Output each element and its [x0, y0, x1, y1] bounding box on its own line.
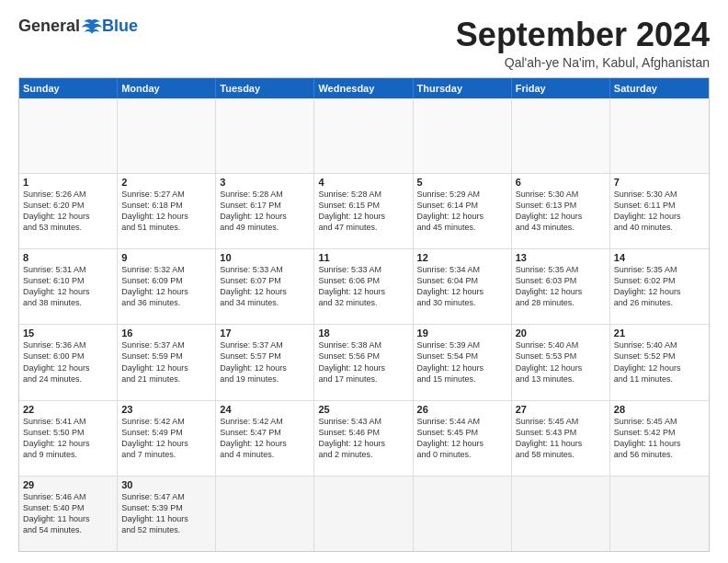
cell-info-line: Sunrise: 5:35 AM [516, 264, 606, 275]
cell-info-line: Sunset: 5:47 PM [220, 427, 310, 438]
cell-info-line: Sunset: 5:50 PM [23, 427, 113, 438]
calendar-row-0 [19, 98, 709, 173]
header-tuesday: Tuesday [216, 78, 314, 98]
header-thursday: Thursday [414, 78, 512, 98]
cell-info-line: and 13 minutes. [516, 373, 606, 385]
cell-info-line: Daylight: 12 hours [417, 362, 507, 373]
cell-info-line: and 11 minutes. [614, 373, 705, 385]
cell-info-line: Sunset: 5:43 PM [516, 427, 606, 438]
calendar-body: 1Sunrise: 5:26 AMSunset: 6:20 PMDaylight… [19, 98, 709, 551]
calendar-cell-1-0: 1Sunrise: 5:26 AMSunset: 6:20 PMDaylight… [19, 174, 118, 248]
cell-info-line: Sunset: 6:14 PM [417, 200, 507, 211]
cell-info-line: Sunset: 6:18 PM [121, 200, 211, 211]
cell-info-line: Sunset: 5:45 PM [417, 427, 507, 438]
cell-info-line: Sunset: 5:46 PM [318, 427, 408, 438]
calendar-cell-0-2 [216, 98, 314, 173]
calendar-row-5: 29Sunrise: 5:46 AMSunset: 5:40 PMDayligh… [19, 476, 709, 551]
calendar-cell-2-2: 10Sunrise: 5:33 AMSunset: 6:07 PMDayligh… [216, 249, 314, 324]
cell-info-line: Sunrise: 5:45 AM [516, 416, 606, 427]
cell-info-line: Daylight: 12 hours [220, 438, 310, 449]
calendar-cell-3-3: 18Sunrise: 5:38 AMSunset: 5:56 PMDayligh… [314, 325, 413, 399]
day-number: 28 [614, 404, 705, 415]
cell-info-line: Sunset: 6:20 PM [23, 200, 113, 211]
day-number: 10 [220, 252, 310, 263]
calendar-cell-5-2 [216, 477, 314, 551]
cell-info-line: Sunset: 6:09 PM [121, 275, 211, 286]
calendar-cell-3-4: 19Sunrise: 5:39 AMSunset: 5:54 PMDayligh… [414, 325, 512, 399]
cell-info-line: Sunrise: 5:46 AM [23, 491, 113, 502]
day-number: 11 [318, 252, 408, 263]
cell-info-line: Sunrise: 5:42 AM [121, 416, 211, 427]
cell-info-line: Sunrise: 5:30 AM [516, 189, 606, 200]
cell-info-line: Sunrise: 5:28 AM [220, 189, 310, 200]
calendar-cell-3-0: 15Sunrise: 5:36 AMSunset: 6:00 PMDayligh… [19, 325, 118, 399]
header-sunday: Sunday [19, 78, 118, 98]
cell-info-line: and 2 minutes. [318, 449, 408, 460]
calendar-cell-1-5: 6Sunrise: 5:30 AMSunset: 6:13 PMDaylight… [512, 174, 610, 248]
day-number: 30 [121, 479, 211, 490]
location: Qal'ah-ye Na'im, Kabul, Afghanistan [456, 55, 710, 70]
cell-info-line: and 19 minutes. [220, 373, 310, 385]
cell-info-line: Daylight: 12 hours [318, 362, 408, 373]
cell-info-line: Daylight: 12 hours [220, 286, 310, 297]
calendar-cell-5-4 [414, 477, 512, 551]
cell-info-line: Sunrise: 5:26 AM [23, 189, 113, 200]
cell-info-line: Daylight: 12 hours [23, 286, 113, 297]
day-number: 20 [516, 327, 606, 339]
day-number: 27 [516, 404, 606, 415]
cell-info-line: Sunrise: 5:31 AM [23, 264, 113, 275]
cell-info-line: Daylight: 12 hours [614, 211, 705, 222]
cell-info-line: and 15 minutes. [417, 373, 507, 385]
cell-info-line: and 45 minutes. [417, 222, 507, 233]
cell-info-line: Sunrise: 5:38 AM [318, 339, 408, 350]
calendar-cell-5-0: 29Sunrise: 5:46 AMSunset: 5:40 PMDayligh… [19, 477, 118, 551]
cell-info-line: Sunrise: 5:43 AM [318, 416, 408, 427]
cell-info-line: Sunset: 5:39 PM [121, 502, 211, 513]
cell-info-line: Daylight: 11 hours [516, 438, 606, 449]
cell-info-line: and 52 minutes. [121, 524, 211, 535]
title-block: September 2024 Qal'ah-ye Na'im, Kabul, A… [456, 17, 710, 70]
cell-info-line: and 47 minutes. [318, 222, 408, 233]
day-number: 3 [220, 177, 310, 188]
header: General Blue September 2024 Qal'ah-ye Na… [18, 17, 710, 70]
cell-info-line: Sunrise: 5:41 AM [23, 416, 113, 427]
cell-info-line: Daylight: 12 hours [121, 286, 211, 297]
cell-info-line: Daylight: 12 hours [614, 362, 705, 373]
cell-info-line: Sunrise: 5:33 AM [220, 264, 310, 275]
cell-info-line: Sunset: 6:13 PM [516, 200, 606, 211]
cell-info-line: Daylight: 12 hours [23, 438, 113, 449]
month-title: September 2024 [456, 17, 710, 53]
cell-info-line: and 53 minutes. [23, 222, 113, 233]
cell-info-line: Sunrise: 5:28 AM [318, 189, 408, 200]
cell-info-line: Daylight: 11 hours [121, 513, 211, 524]
cell-info-line: Daylight: 12 hours [614, 286, 705, 297]
calendar-cell-1-3: 4Sunrise: 5:28 AMSunset: 6:15 PMDaylight… [314, 174, 413, 248]
cell-info-line: Sunrise: 5:40 AM [614, 339, 705, 350]
cell-info-line: Sunset: 5:54 PM [417, 350, 507, 362]
cell-info-line: and 49 minutes. [220, 222, 310, 233]
cell-info-line: Sunset: 6:03 PM [516, 275, 606, 286]
cell-info-line: and 28 minutes. [516, 297, 606, 308]
cell-info-line: Daylight: 11 hours [23, 513, 113, 524]
day-number: 7 [614, 177, 705, 188]
calendar-cell-0-3 [314, 98, 413, 173]
calendar-cell-0-0 [19, 98, 118, 173]
day-number: 5 [417, 177, 507, 188]
calendar: Sunday Monday Tuesday Wednesday Thursday… [18, 77, 710, 552]
cell-info-line: Daylight: 12 hours [318, 286, 408, 297]
header-saturday: Saturday [610, 78, 709, 98]
cell-info-line: and 21 minutes. [121, 373, 211, 385]
calendar-cell-4-0: 22Sunrise: 5:41 AMSunset: 5:50 PMDayligh… [19, 401, 118, 476]
day-number: 17 [220, 327, 310, 339]
cell-info-line: Sunset: 6:15 PM [318, 200, 408, 211]
day-number: 2 [121, 177, 211, 188]
cell-info-line: and 7 minutes. [121, 449, 211, 460]
day-number: 16 [121, 327, 211, 339]
calendar-cell-3-6: 21Sunrise: 5:40 AMSunset: 5:52 PMDayligh… [610, 325, 709, 399]
cell-info-line: Daylight: 12 hours [516, 362, 606, 373]
cell-info-line: Daylight: 12 hours [23, 211, 113, 222]
calendar-cell-3-1: 16Sunrise: 5:37 AMSunset: 5:59 PMDayligh… [118, 325, 216, 399]
cell-info-line: and 40 minutes. [614, 222, 705, 233]
calendar-cell-2-5: 13Sunrise: 5:35 AMSunset: 6:03 PMDayligh… [512, 249, 610, 324]
day-number: 15 [23, 327, 113, 339]
